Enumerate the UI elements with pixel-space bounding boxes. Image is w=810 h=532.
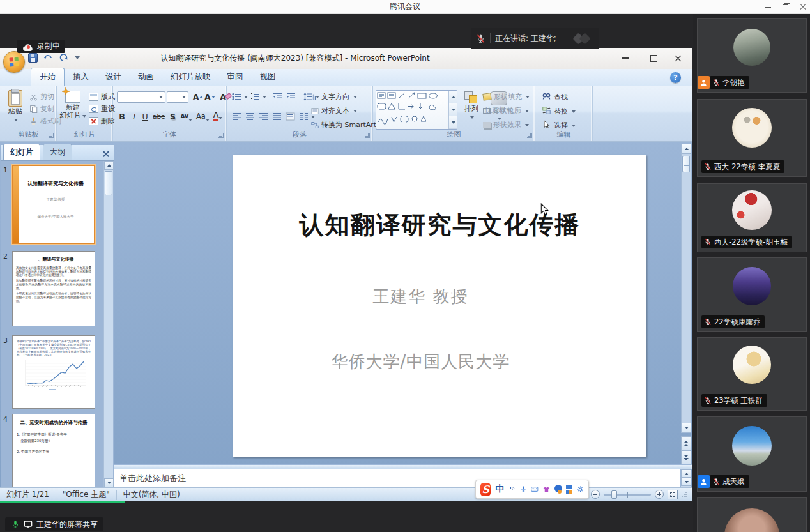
toolbox-icon[interactable] [566, 485, 572, 494]
font-size-select[interactable] [167, 91, 188, 103]
tab-animations[interactable]: 动画 [130, 68, 162, 86]
shape-effects-button[interactable]: 形状效果 [483, 120, 529, 130]
copy-button[interactable]: 复制 [29, 104, 54, 114]
text-direction-button[interactable]: 文字方向 [311, 92, 357, 102]
new-slide-button[interactable]: 新建幻灯片 [59, 91, 86, 119]
shrink-font-button[interactable]: A [204, 93, 215, 102]
punctuation-icon[interactable] [508, 485, 515, 493]
zoom-slider-thumb[interactable] [611, 490, 617, 499]
notes-scroll-up[interactable] [681, 469, 691, 478]
resize-grip[interactable] [682, 492, 687, 498]
emoji-icon[interactable] [554, 485, 562, 494]
notes-scroll-down[interactable] [681, 478, 691, 486]
clipboard-dialog-launcher[interactable] [49, 133, 54, 138]
tab-view[interactable]: 视图 [252, 68, 284, 86]
previous-slide-button[interactable] [681, 436, 691, 450]
align-right-button[interactable] [257, 110, 270, 123]
paste-button[interactable]: 粘贴 [4, 90, 27, 123]
participant-tile[interactable] [697, 497, 807, 532]
align-left-button[interactable] [231, 110, 243, 123]
clear-formatting-button[interactable]: A [220, 93, 226, 102]
redo-icon[interactable] [58, 52, 68, 63]
minimize-icon[interactable] [765, 7, 771, 8]
font-dialog-launcher[interactable] [218, 133, 224, 138]
participant-tile[interactable]: 22学硕康露乔 [697, 257, 807, 332]
slide-thumbnail-2[interactable]: 一、翻译与文化传播 高效的文化传播需要高质量的翻译，任何文化只有高质量地翻译到目… [12, 251, 95, 326]
scroll-down-button[interactable] [682, 423, 691, 432]
next-slide-button[interactable] [681, 450, 691, 464]
help-icon[interactable]: ? [670, 72, 681, 83]
columns-button[interactable] [298, 110, 310, 123]
tab-design[interactable]: 设计 [97, 68, 130, 86]
qat-dropdown-icon[interactable] [75, 56, 80, 59]
participant-tile[interactable]: 李朝艳 [697, 18, 807, 93]
zoom-slider[interactable] [604, 494, 651, 496]
delete-button[interactable]: 删除 [89, 116, 115, 126]
zoom-in-button[interactable] [655, 490, 664, 499]
arrange-button[interactable]: 排列 [461, 91, 482, 121]
text-shadow-button[interactable]: S [168, 109, 178, 121]
panel-scroll-down[interactable] [104, 478, 114, 487]
replace-button[interactable]: 替换 [542, 106, 576, 117]
zoom-out-button[interactable] [591, 490, 600, 499]
restore-icon[interactable] [783, 4, 788, 10]
soft-keyboard-icon[interactable] [531, 485, 539, 493]
notes-splitter[interactable] [114, 464, 692, 469]
tab-outline[interactable]: 大纲 [43, 144, 72, 160]
main-scrollbar[interactable] [681, 144, 691, 433]
decrease-indent-button[interactable] [271, 91, 284, 103]
slide-thumbnail-1[interactable]: 认知翻译研究与文化传播 王建华 教授 华侨大学/中国人民大学 [12, 165, 95, 244]
character-spacing-button[interactable]: AV [180, 109, 194, 121]
change-case-button[interactable]: Aa [195, 109, 211, 121]
undo-icon[interactable] [43, 52, 53, 63]
skin-icon[interactable] [543, 485, 550, 494]
notes-scrollbar[interactable] [681, 469, 691, 487]
slide-affiliation[interactable]: 华侨大学/中国人民大学 [233, 351, 608, 373]
panel-scroll-thumb[interactable] [105, 171, 112, 195]
font-name-select[interactable] [117, 91, 165, 103]
scroll-thumb[interactable] [682, 156, 690, 172]
voice-input-icon[interactable] [520, 485, 527, 494]
office-button[interactable] [3, 51, 25, 73]
strikethrough-button[interactable]: abe [151, 109, 167, 121]
italic-button[interactable]: I [128, 109, 139, 121]
shape-fill-button2[interactable]: 形状填充 [483, 92, 530, 102]
sogou-logo-icon[interactable]: S [480, 483, 491, 496]
chinese-mode-icon[interactable]: 中 [495, 483, 504, 495]
justify-button[interactable] [271, 110, 283, 123]
drawing-dialog-launcher[interactable] [527, 133, 532, 138]
shape-outline-button[interactable]: 形状轮廓 [483, 106, 529, 116]
ppt-maximize-button[interactable] [646, 52, 661, 65]
increase-indent-button[interactable] [285, 91, 297, 103]
slide-title[interactable]: 认知翻译研究与文化传播 [233, 209, 646, 241]
grow-font-button[interactable]: A [193, 93, 203, 102]
status-slide-counter[interactable]: 幻灯片 1/21 [0, 490, 56, 500]
close-icon[interactable] [800, 4, 806, 10]
status-language[interactable]: 中文(简体, 中国) [117, 490, 187, 500]
tab-slides-thumbnails[interactable]: 幻灯片 [3, 144, 40, 160]
cut-button[interactable]: 剪切 [29, 92, 54, 102]
participant-tile[interactable]: 23学硕 王轶群 [697, 337, 807, 411]
numbering-button[interactable] [249, 91, 261, 103]
slide-thumbnail-3[interactable]: 本研究以“文化外译”“中国文化外译”“外译”为主题词，在CNKI（中国知网）收集… [12, 335, 95, 409]
status-theme[interactable]: "Office 主题" [56, 490, 117, 500]
ppt-minimize-button[interactable] [618, 52, 632, 65]
find-button[interactable]: 查找 [542, 92, 568, 103]
font-color-button[interactable]: A [212, 109, 224, 121]
ppt-close-button[interactable] [671, 52, 685, 65]
tab-slideshow[interactable]: 幻灯片放映 [162, 68, 219, 86]
underline-button[interactable]: U [140, 109, 150, 121]
slide-author[interactable]: 王建华 教授 [233, 285, 608, 308]
shapes-gallery[interactable] [376, 90, 457, 130]
participant-tile[interactable]: 成天娥 [697, 416, 807, 492]
reset-button[interactable]: 重设 [89, 104, 115, 114]
paragraph-dialog-launcher[interactable] [365, 133, 370, 138]
notes-placeholder[interactable]: 单击此处添加备注 [119, 473, 186, 484]
notes-pane[interactable]: 单击此处添加备注 [114, 469, 681, 487]
tab-review[interactable]: 审阅 [219, 68, 252, 86]
scroll-up-button[interactable] [682, 144, 691, 154]
align-text-button[interactable]: 对齐文本 [311, 106, 357, 116]
align-center-button[interactable] [244, 110, 256, 123]
participant-tile[interactable]: 西大-22专硕-李夏夏 [697, 99, 807, 177]
slide-canvas[interactable]: 认知翻译研究与文化传播 王建华 教授 华侨大学/中国人民大学 [233, 155, 646, 457]
